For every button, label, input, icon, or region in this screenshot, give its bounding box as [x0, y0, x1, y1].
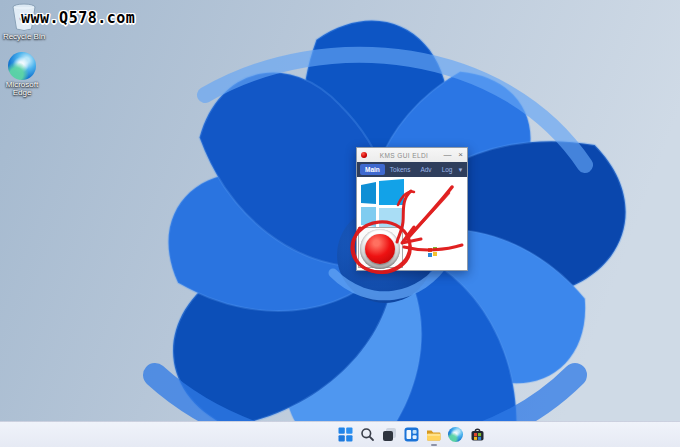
- flag-blue-tile: [428, 253, 432, 257]
- desktop-icon-microsoft-edge[interactable]: Microsoft Edge: [0, 52, 45, 97]
- close-button[interactable]: ×: [454, 148, 467, 162]
- task-view-icon: [382, 427, 397, 442]
- store-button[interactable]: [470, 427, 485, 442]
- windows-flag-status-icon: [428, 247, 438, 257]
- search-button[interactable]: [360, 427, 375, 442]
- widgets-button[interactable]: [404, 427, 419, 442]
- recycle-bin-label: Recycle Bin: [1, 33, 47, 41]
- minimize-button[interactable]: —: [441, 148, 454, 162]
- window-content: [357, 177, 467, 270]
- file-explorer-button[interactable]: [426, 427, 441, 442]
- window-title: KMS GUI ELDI: [367, 152, 441, 159]
- window-menubar: Main Tokens Adv Log ▼: [357, 162, 467, 177]
- task-view-button[interactable]: [382, 427, 397, 442]
- red-activation-button[interactable]: [365, 234, 395, 264]
- store-icon: [470, 427, 485, 442]
- window-titlebar[interactable]: KMS GUI ELDI — ×: [357, 148, 467, 162]
- edge-icon: [448, 427, 463, 442]
- flag-red-tile: [428, 248, 432, 252]
- search-icon: [360, 427, 375, 442]
- edge-icon: [8, 52, 36, 80]
- taskbar-icons: [338, 422, 485, 447]
- red-activation-button-ring: [360, 229, 400, 269]
- tab-log[interactable]: Log: [437, 164, 458, 175]
- tab-tokens[interactable]: Tokens: [385, 164, 416, 175]
- start-button[interactable]: [338, 427, 353, 442]
- kms-gui-eldi-window: KMS GUI ELDI — × Main Tokens Adv Log ▼: [356, 147, 468, 271]
- watermark-text: www.Q578.com: [21, 9, 135, 27]
- file-explorer-icon: [426, 427, 441, 442]
- flag-green-tile: [433, 247, 437, 251]
- start-icon: [338, 427, 353, 442]
- tab-adv[interactable]: Adv: [415, 164, 436, 175]
- running-indicator: [431, 444, 437, 446]
- flag-yellow-tile: [433, 252, 437, 256]
- tab-main[interactable]: Main: [360, 164, 385, 175]
- desktop: www.Q578.com ♻ Recycle Bin Microsoft Edg…: [0, 0, 680, 447]
- edge-button[interactable]: [448, 427, 463, 442]
- windows-logo: [359, 178, 407, 232]
- edge-label: Microsoft Edge: [0, 81, 45, 97]
- taskbar: [0, 421, 680, 447]
- widgets-icon: [404, 427, 419, 442]
- chevron-down-icon[interactable]: ▼: [457, 167, 465, 173]
- wallpaper-bloom: [0, 0, 680, 447]
